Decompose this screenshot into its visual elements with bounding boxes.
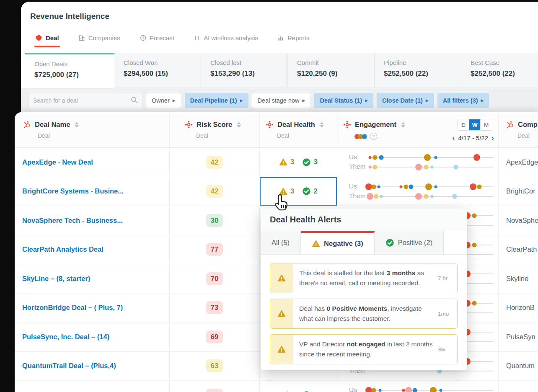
- risk-score-cell: 42: [170, 177, 260, 206]
- risk-score-pill: 70: [206, 272, 223, 285]
- nav-tab-reports[interactable]: Reports: [277, 34, 310, 47]
- nav-tab-companies[interactable]: Companies: [78, 34, 120, 47]
- search-box[interactable]: [28, 93, 142, 108]
- summary-card-pipeline[interactable]: Pipeline$252,500 (22): [375, 53, 461, 88]
- engagement-cell: UsThem: [337, 177, 499, 206]
- column-header-sublabel: Deal: [506, 132, 538, 139]
- risk-score-cell: 30: [170, 206, 260, 235]
- engagement-dot-pink: [367, 193, 373, 200]
- popup-tab-all-5-[interactable]: All (5): [261, 231, 301, 254]
- engagement-dot-gold: [477, 184, 482, 189]
- engagement-dot-lightblue: [453, 165, 458, 170]
- engagement-dot-pink: [415, 193, 422, 200]
- popup-tab-label: Negative (3): [324, 240, 363, 248]
- summary-card-commit[interactable]: Commit$120,250 (9): [288, 53, 375, 88]
- sort-toggle[interactable]: [75, 122, 79, 128]
- engagement-dot-gold: [371, 184, 376, 189]
- company-cell: HorizonB: [499, 294, 538, 322]
- period-toggle: DWM: [458, 119, 492, 131]
- deal-name-link[interactable]: BrightCore Systems - Busine...: [15, 177, 170, 206]
- alert-timestamp: 1mo: [438, 299, 457, 328]
- engagement-dot-gold: [424, 154, 431, 161]
- table-header-row: Deal NameDealRisk ScoreDealDeal HealthDe…: [15, 112, 538, 148]
- filter-chip-label: All filters (3): [443, 97, 478, 104]
- deal-name-link[interactable]: HorizonBridge Deal – ( Plus, 7): [15, 294, 170, 322]
- deal-health-cell[interactable]: 33: [260, 148, 337, 177]
- deal-health-cell[interactable]: 32: [260, 177, 337, 206]
- negative-alerts: 3: [279, 158, 294, 166]
- engagement-timeline: [369, 196, 493, 197]
- chevron-right-icon: ▶: [481, 98, 484, 103]
- engagement-dot-red: [473, 154, 480, 161]
- deal-health-cell[interactable]: [260, 381, 337, 392]
- engagement-dot-yellow: [424, 194, 428, 199]
- filter-bar: Owner▶Deal Pipeline (1)▶Deal stage now▶D…: [21, 88, 538, 113]
- prev-arrow[interactable]: ‹: [452, 134, 455, 142]
- filter-chip-deal-status-1-[interactable]: Deal Status (1)▶: [314, 93, 373, 108]
- next-arrow[interactable]: ›: [491, 134, 494, 142]
- engagement-dot-yellow: [372, 165, 377, 170]
- nav-tab-ai-win-loss-analysis[interactable]: AI win/loss analysis: [194, 34, 258, 47]
- engagement-dot-lightblue: [431, 166, 434, 169]
- risk-score-cell: 63: [170, 352, 260, 381]
- deal-name-link[interactable]: ClearPath Analytics Deal: [15, 235, 170, 264]
- summary-card-closed-won[interactable]: Closed Won$294,500 (15): [114, 53, 201, 88]
- summary-card-open-deals[interactable]: Open Deals$725,000 (27): [25, 53, 114, 88]
- column-header-name: Deal NameDeal: [15, 112, 170, 147]
- popup-tab-label: Positive (2): [398, 239, 433, 247]
- nav-tab-deal[interactable]: Deal: [35, 34, 59, 47]
- engagement-dot-blue: [377, 185, 380, 188]
- filter-chips: Owner▶Deal Pipeline (1)▶Deal stage now▶D…: [146, 93, 489, 108]
- period-toggle-w[interactable]: W: [469, 119, 481, 130]
- deal-health-alerts-popup: Deal Health Alerts All (5)Negative (3)Po…: [261, 209, 467, 370]
- popup-tab-negative-3-[interactable]: Negative (3): [301, 231, 375, 254]
- column-header-company: CompDeal: [499, 112, 538, 147]
- column-header-risk: Risk ScoreDeal: [170, 112, 260, 147]
- risk-score-cell: 70: [170, 264, 260, 293]
- filter-chip-all-filters-3-[interactable]: All filters (3)▶: [437, 93, 489, 108]
- deal-name-link[interactable]: NovaSphere Tech - Business...: [15, 206, 170, 235]
- engagement-dot-blue: [379, 155, 383, 160]
- deal-name-link[interactable]: SkyLine – (8, starter): [15, 264, 170, 293]
- help-icon[interactable]: ?: [370, 133, 377, 140]
- risk-score-pill: [206, 389, 223, 392]
- sort-toggle[interactable]: [320, 122, 324, 128]
- period-toggle-d[interactable]: D: [458, 119, 469, 130]
- filter-chip-owner[interactable]: Owner▶: [146, 93, 181, 108]
- summary-card-value: $120,250 (9): [297, 70, 374, 78]
- nav-tab-forecast[interactable]: Forecast: [140, 34, 174, 47]
- warning-icon: [277, 309, 286, 318]
- filter-chip-close-date-1-[interactable]: Close Date (1)▶: [377, 93, 434, 108]
- popup-tab-positive-2-[interactable]: Positive (2): [375, 231, 444, 254]
- engagement-dot-blue: [378, 389, 381, 392]
- deal-name-link[interactable]: ApexEdge - New Deal: [15, 148, 170, 177]
- insight-flower-icon: [185, 121, 193, 129]
- filter-chip-label: Deal Status (1): [320, 97, 362, 104]
- engagement-dot-pink: [368, 166, 371, 169]
- forecast-icon: [140, 34, 147, 41]
- column-header-titlerow: Comp: [506, 121, 538, 129]
- filter-chip-deal-stage-now[interactable]: Deal stage now▶: [252, 93, 311, 108]
- engagement-dot-gold: [371, 388, 376, 392]
- search-input[interactable]: [33, 97, 131, 104]
- alert-card: VP and Director not engaged in last 2 mo…: [270, 334, 458, 364]
- summary-card-label: Closed Won: [124, 59, 201, 66]
- column-header-label: Comp: [518, 121, 538, 129]
- sort-toggle[interactable]: [237, 122, 241, 128]
- deal-name-link[interactable]: [15, 381, 170, 392]
- period-toggle-m[interactable]: M: [481, 119, 492, 130]
- engagement-dot-blue: [412, 388, 417, 392]
- deal-name-link[interactable]: QuantumTrail Deal – (Plus,4): [15, 352, 170, 381]
- sort-toggle[interactable]: [401, 122, 405, 128]
- positive-count: 3: [314, 158, 318, 166]
- filter-chip-deal-pipeline-1-[interactable]: Deal Pipeline (1)▶: [185, 93, 248, 108]
- check-icon: [302, 187, 311, 196]
- summary-card-best-case[interactable]: Best Case$252,500 (22): [461, 53, 538, 88]
- alert-text: This deal is stalled for the last 3 mont…: [293, 263, 438, 293]
- deal-name-link[interactable]: PulseSync, Inc. Deal – (14): [15, 322, 170, 351]
- summary-cards: Open Deals$725,000 (27)Closed Won$294,50…: [25, 53, 538, 88]
- engagement-timeline: [369, 157, 493, 158]
- column-header-label: Engagement: [355, 121, 396, 129]
- summary-card-label: Best Case: [471, 59, 538, 66]
- summary-card-closed-lost[interactable]: Closed lost$153,290 (13): [201, 53, 288, 88]
